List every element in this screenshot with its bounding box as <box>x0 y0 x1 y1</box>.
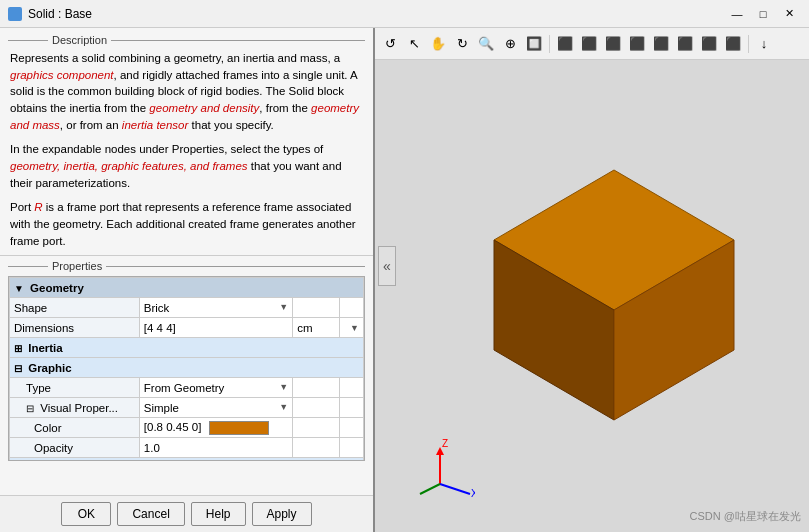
shape-row: Shape Brick ▼ <box>10 298 364 318</box>
color-swatch[interactable] <box>209 421 269 435</box>
shape-dropdown-icon[interactable]: ▼ <box>279 302 288 312</box>
properties-scroll[interactable]: ▼ Geometry Shape Brick ▼ <box>8 276 365 461</box>
visual-props-label: ⊟ Visual Proper... <box>10 398 140 418</box>
axes-svg: Z X <box>415 439 475 499</box>
dimensions-dropdown-icon[interactable]: ▼ <box>350 323 359 333</box>
3d-viewport[interactable]: Z X CSDN @咕星球在发光 <box>375 60 809 532</box>
type-row: Type From Geometry ▼ <box>10 378 364 398</box>
toolbar-zoom-btn[interactable]: ↻ <box>451 33 473 55</box>
app-icon <box>8 7 22 21</box>
geometry-row[interactable]: ▼ Geometry <box>10 278 364 298</box>
visual-props-row: ⊟ Visual Proper... Simple ▼ <box>10 398 364 418</box>
dimensions-value[interactable]: [4 4 4] <box>139 318 292 338</box>
properties-title: Properties <box>8 260 365 272</box>
help-button[interactable]: Help <box>191 502 246 526</box>
graphic-row[interactable]: ⊟ Graphic <box>10 358 364 378</box>
inertia-expand-icon: ⊞ <box>14 343 22 354</box>
toolbar-export-btn[interactable]: ↓ <box>753 33 775 55</box>
type-value[interactable]: From Geometry ▼ <box>139 378 292 398</box>
collapse-panel-button[interactable]: « <box>378 246 396 286</box>
ok-button[interactable]: OK <box>61 502 111 526</box>
toolbar-view8-btn[interactable]: ⬛ <box>722 33 744 55</box>
description-para-3: Port R is a frame port that represents a… <box>10 199 363 249</box>
cancel-button[interactable]: Cancel <box>117 502 184 526</box>
3d-box <box>464 140 764 440</box>
color-label: Color <box>10 418 140 438</box>
opacity-value[interactable]: 1.0 <box>139 438 292 458</box>
geometry-collapse-icon: ▼ <box>14 283 24 294</box>
description-para-1: Represents a solid combining a geometry,… <box>10 50 363 133</box>
properties-section: Properties ▼ Geometry <box>0 256 373 495</box>
toolbar-separator-1 <box>549 35 550 53</box>
title-bar: Solid : Base — □ ✕ <box>0 0 809 28</box>
color-row: Color [0.8 0.45 0] <box>10 418 364 438</box>
highlight-port: R <box>34 201 42 213</box>
highlight-geometry: geometry and density <box>149 102 259 114</box>
toolbar-fit-btn[interactable]: ⊕ <box>499 33 521 55</box>
description-title: Description <box>8 34 365 46</box>
right-panel: ↺ ↖ ✋ ↻ 🔍 ⊕ 🔲 ⬛ ⬛ ⬛ ⬛ ⬛ ⬛ ⬛ ⬛ ↓ <box>375 28 809 532</box>
description-section: Description Represents a solid combining… <box>0 28 373 256</box>
toolbar-box-btn[interactable]: 🔲 <box>523 33 545 55</box>
title-bar-left: Solid : Base <box>8 7 92 21</box>
frames-row[interactable]: ⊞ Frames <box>10 458 364 462</box>
inertia-row[interactable]: ⊞ Inertia <box>10 338 364 358</box>
left-panel: Description Represents a solid combining… <box>0 28 375 532</box>
type-label: Type <box>10 378 140 398</box>
toolbar-select-btn[interactable]: ↖ <box>403 33 425 55</box>
description-para-2: In the expandable nodes under Properties… <box>10 141 363 191</box>
svg-text:X: X <box>471 488 475 499</box>
visual-dropdown-icon[interactable]: ▼ <box>279 402 288 412</box>
toolbar-view4-btn[interactable]: ⬛ <box>626 33 648 55</box>
highlight-inertia: inertia tensor <box>122 119 188 131</box>
window-controls: — □ ✕ <box>725 5 801 23</box>
toolbar-view5-btn[interactable]: ⬛ <box>650 33 672 55</box>
svg-line-8 <box>420 484 440 494</box>
inertia-label: ⊞ Inertia <box>10 338 364 358</box>
toolbar: ↺ ↖ ✋ ↻ 🔍 ⊕ 🔲 ⬛ ⬛ ⬛ ⬛ ⬛ ⬛ ⬛ ⬛ ↓ <box>375 28 809 60</box>
dimensions-row: Dimensions [4 4 4] cm ▼ <box>10 318 364 338</box>
toolbar-pan-btn[interactable]: ✋ <box>427 33 449 55</box>
toolbar-view2-btn[interactable]: ⬛ <box>578 33 600 55</box>
watermark: CSDN @咕星球在发光 <box>690 509 801 524</box>
svg-text:Z: Z <box>442 439 448 449</box>
color-value[interactable]: [0.8 0.45 0] <box>139 418 292 438</box>
shape-value[interactable]: Brick ▼ <box>139 298 292 318</box>
dimensions-unit: cm <box>293 318 340 338</box>
graphic-label: ⊟ Graphic <box>10 358 364 378</box>
opacity-label: Opacity <box>10 438 140 458</box>
toolbar-separator-2 <box>748 35 749 53</box>
visual-props-value[interactable]: Simple ▼ <box>139 398 292 418</box>
frames-label: ⊞ Frames <box>10 458 364 462</box>
shape-label: Shape <box>10 298 140 318</box>
dimensions-label: Dimensions <box>10 318 140 338</box>
toolbar-view1-btn[interactable]: ⬛ <box>554 33 576 55</box>
minimize-button[interactable]: — <box>725 5 749 23</box>
properties-table: ▼ Geometry Shape Brick ▼ <box>9 277 364 461</box>
highlight-graphics: graphics component <box>10 69 114 81</box>
apply-button[interactable]: Apply <box>252 502 312 526</box>
bottom-buttons: OK Cancel Help Apply <box>0 495 373 532</box>
close-button[interactable]: ✕ <box>777 5 801 23</box>
toolbar-rotate-btn[interactable]: ↺ <box>379 33 401 55</box>
visual-expand-icon: ⊟ <box>26 403 34 414</box>
toolbar-view3-btn[interactable]: ⬛ <box>602 33 624 55</box>
geometry-label: ▼ Geometry <box>10 278 364 298</box>
graphic-expand-icon: ⊟ <box>14 363 22 374</box>
toolbar-view7-btn[interactable]: ⬛ <box>698 33 720 55</box>
toolbar-view6-btn[interactable]: ⬛ <box>674 33 696 55</box>
description-text: Represents a solid combining a geometry,… <box>8 50 365 249</box>
main-container: Description Represents a solid combining… <box>0 28 809 532</box>
svg-line-6 <box>440 484 470 494</box>
highlight-types: geometry, inertia, graphic features, and… <box>10 160 248 172</box>
type-dropdown-icon[interactable]: ▼ <box>279 382 288 392</box>
toolbar-zoom-in-btn[interactable]: 🔍 <box>475 33 497 55</box>
window-title: Solid : Base <box>28 7 92 21</box>
opacity-row: Opacity 1.0 <box>10 438 364 458</box>
axes-indicator: Z X <box>415 439 475 502</box>
maximize-button[interactable]: □ <box>751 5 775 23</box>
